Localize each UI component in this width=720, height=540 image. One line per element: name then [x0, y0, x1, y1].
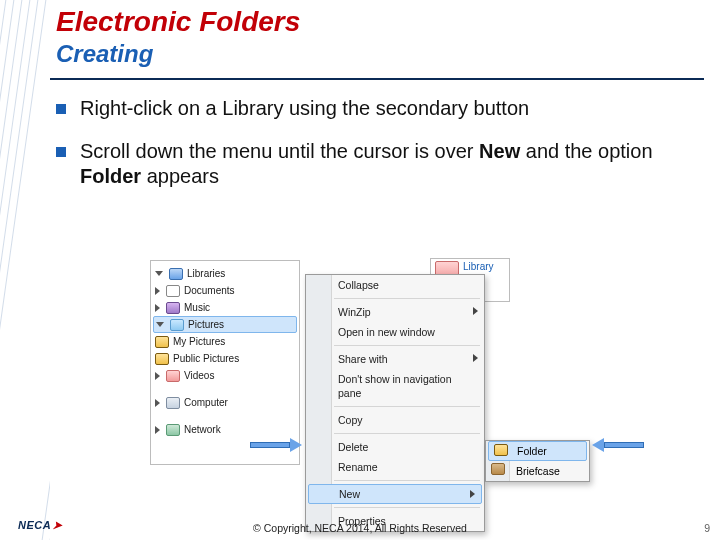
- nav-item-videos[interactable]: Videos: [151, 367, 299, 384]
- bullet-item: Right-click on a Library using the secon…: [56, 96, 696, 121]
- briefcase-icon: [491, 463, 505, 475]
- copyright-footer: © Copyright, NECA 2014, All Rights Reser…: [0, 522, 720, 534]
- decor-lines: [0, 0, 50, 540]
- libraries-icon: [169, 268, 183, 280]
- content-area: Right-click on a Library using the secon…: [56, 96, 696, 207]
- library-tile-label: Library: [463, 261, 494, 272]
- folder-icon: [155, 353, 169, 365]
- nav-label: Computer: [184, 397, 228, 408]
- music-icon: [166, 302, 180, 314]
- chevron-right-icon: [155, 399, 160, 407]
- screenshot-figure: Library Libraries Documents Music Pi: [150, 260, 650, 490]
- menu-separator: [334, 433, 480, 434]
- menu-item-open-new-window[interactable]: Open in new window: [306, 322, 484, 342]
- menu-item-delete[interactable]: Delete: [306, 437, 484, 457]
- computer-icon: [166, 397, 180, 409]
- menu-separator: [334, 345, 480, 346]
- documents-icon: [166, 285, 180, 297]
- page-number: 9: [704, 522, 710, 534]
- chevron-right-icon: [155, 304, 160, 312]
- callout-arrow-icon: [592, 438, 644, 452]
- submenu-item-folder[interactable]: Folder: [488, 441, 587, 461]
- chevron-right-icon: [470, 490, 475, 498]
- videos-icon: [166, 370, 180, 382]
- chevron-right-icon: [155, 372, 160, 380]
- menu-item-collapse[interactable]: Collapse: [306, 275, 484, 295]
- bullet-text: Scroll down the menu until the cursor is…: [80, 139, 696, 189]
- nav-label: Documents: [184, 285, 235, 296]
- chevron-right-icon: [473, 354, 478, 362]
- navigation-pane: Libraries Documents Music Pictures My Pi…: [150, 260, 300, 465]
- menu-separator: [334, 406, 480, 407]
- menu-separator: [334, 507, 480, 508]
- bullet-text: Right-click on a Library using the secon…: [80, 96, 529, 121]
- network-icon: [166, 424, 180, 436]
- submenu-item-briefcase[interactable]: Briefcase: [486, 461, 589, 481]
- folder-icon: [494, 444, 508, 456]
- nav-spacer: [151, 384, 299, 394]
- callout-arrow-icon: [250, 438, 302, 452]
- nav-item-public-pictures[interactable]: Public Pictures: [151, 350, 299, 367]
- slide: Electronic Folders Creating Right-click …: [0, 0, 720, 540]
- menu-item-copy[interactable]: Copy: [306, 410, 484, 430]
- nav-item-computer[interactable]: Computer: [151, 394, 299, 411]
- nav-label: Music: [184, 302, 210, 313]
- nav-label: My Pictures: [173, 336, 225, 347]
- nav-label: Pictures: [188, 319, 224, 330]
- chevron-right-icon: [473, 307, 478, 315]
- menu-item-winzip[interactable]: WinZip: [306, 302, 484, 322]
- context-menu: Collapse WinZip Open in new window Share…: [305, 274, 485, 532]
- nav-item-network[interactable]: Network: [151, 421, 299, 438]
- nav-label: Public Pictures: [173, 353, 239, 364]
- menu-item-share-with[interactable]: Share with: [306, 349, 484, 369]
- nav-item-my-pictures[interactable]: My Pictures: [151, 333, 299, 350]
- bullet-marker-icon: [56, 147, 66, 157]
- nav-label: Network: [184, 424, 221, 435]
- slide-title: Electronic Folders: [56, 6, 300, 38]
- nav-item-music[interactable]: Music: [151, 299, 299, 316]
- submenu-new: Folder Briefcase: [485, 440, 590, 482]
- chevron-down-icon: [156, 322, 164, 327]
- menu-separator: [334, 298, 480, 299]
- nav-label: Videos: [184, 370, 214, 381]
- chevron-right-icon: [155, 426, 160, 434]
- chevron-right-icon: [155, 287, 160, 295]
- pictures-icon: [170, 319, 184, 331]
- nav-item-pictures[interactable]: Pictures: [153, 316, 297, 333]
- chevron-down-icon: [155, 271, 163, 276]
- slide-subtitle: Creating: [56, 40, 153, 68]
- bullet-marker-icon: [56, 104, 66, 114]
- bullet-item: Scroll down the menu until the cursor is…: [56, 139, 696, 189]
- menu-item-new[interactable]: New: [308, 484, 482, 504]
- title-rule: [50, 78, 704, 80]
- nav-root[interactable]: Libraries: [151, 265, 299, 282]
- folder-icon: [155, 336, 169, 348]
- nav-item-documents[interactable]: Documents: [151, 282, 299, 299]
- nav-spacer: [151, 411, 299, 421]
- nav-label: Libraries: [187, 268, 225, 279]
- menu-separator: [334, 480, 480, 481]
- menu-item-dont-show-nav[interactable]: Don't show in navigation pane: [306, 369, 484, 403]
- menu-item-rename[interactable]: Rename: [306, 457, 484, 477]
